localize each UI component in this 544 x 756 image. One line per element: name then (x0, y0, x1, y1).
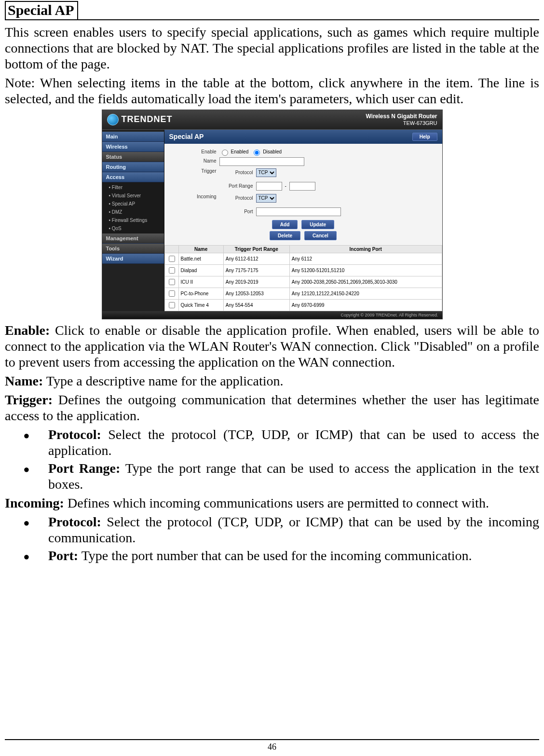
nav-sub-special-ap[interactable]: • Special AP (102, 200, 164, 208)
col-incoming: Incoming Port (289, 245, 442, 253)
port-range-label: Port Range (219, 183, 253, 189)
cell-trigger: Any 6112-6112 (223, 253, 289, 264)
row-check[interactable] (169, 256, 175, 262)
cell-trigger: Any 12053-12053 (223, 288, 289, 299)
help-button[interactable]: Help (412, 133, 437, 141)
nav-main[interactable]: Main (102, 132, 164, 142)
router-footer: Copyright © 2009 TRENDnet. All Rights Re… (102, 311, 442, 319)
incoming-port-label: Port (219, 209, 253, 214)
nav-sub-dmz[interactable]: • DMZ (102, 208, 164, 216)
table-row[interactable]: Quick Time 4 Any 554-554 Any 6970-6999 (164, 299, 442, 311)
enabled-radio[interactable] (222, 150, 228, 156)
cancel-button[interactable]: Cancel (304, 231, 337, 240)
model-title: Wireless N Gigabit Router (366, 113, 437, 120)
port-range-start-input[interactable] (256, 182, 282, 191)
table-row[interactable]: ICU II Any 2019-2019 Any 2000-2038,2050-… (164, 276, 442, 288)
router-screenshot: TRENDNET Wireless N Gigabit Router TEW-6… (5, 110, 539, 319)
incoming-term: Incoming: (5, 495, 64, 510)
add-button[interactable]: Add (272, 220, 298, 229)
cell-incoming: Any 51200-51201,51210 (289, 264, 442, 276)
incoming-label: Incoming (168, 193, 219, 199)
port-range-end-input[interactable] (289, 182, 315, 191)
cell-trigger: Any 7175-7175 (223, 264, 289, 276)
nav-tools[interactable]: Tools (102, 244, 164, 254)
row-check[interactable] (169, 279, 175, 285)
profiles-table: Name Trigger Port Range Incoming Port Ba… (164, 245, 442, 311)
enable-label: Enable (168, 148, 219, 154)
cell-trigger: Any 2019-2019 (223, 276, 289, 288)
cell-incoming: Any 6970-6999 (289, 299, 442, 311)
name-label: Name (168, 157, 219, 164)
trigger-field: Trigger: Defines the outgoing communicat… (5, 392, 539, 424)
trigger-bullets: ● Protocol: Select the protocol (TCP, UD… (5, 426, 539, 492)
trigger-protocol-text: Select the protocol (TCP, UDP, or ICMP) … (48, 427, 539, 458)
enable-field: Enable: Click to enable or disable the a… (5, 322, 539, 370)
trigger-term: Trigger: (5, 392, 53, 407)
incoming-text: Defines which incoming communications us… (64, 495, 489, 510)
trigger-protocol-term: Protocol: (48, 427, 101, 442)
port-range-dash: - (285, 183, 286, 189)
incoming-protocol-term: Protocol: (48, 514, 101, 529)
cell-name: Dialpad (178, 264, 223, 276)
enabled-option-label: Enabled (231, 149, 249, 154)
cell-incoming: Any 12120,12122,24150-24220 (289, 288, 442, 299)
table-row[interactable]: Battle.net Any 6112-6112 Any 6112 (164, 253, 442, 264)
brand-name: TRENDNET (122, 114, 173, 124)
disabled-option-label: Disabled (263, 149, 282, 154)
row-check[interactable] (169, 302, 175, 308)
trigger-protocol-select[interactable]: TCP (256, 168, 276, 177)
brand-globe-icon (107, 114, 119, 125)
router-nav: Main Wireless Status Routing Access • Fi… (102, 130, 164, 311)
trigger-label: Trigger (168, 167, 219, 174)
incoming-port-term: Port: (48, 548, 78, 563)
incoming-protocol-select[interactable]: TCP (256, 194, 276, 203)
cell-incoming: Any 6112 (289, 253, 442, 264)
row-check[interactable] (169, 267, 175, 274)
nav-routing[interactable]: Routing (102, 162, 164, 172)
nav-sub-firewall[interactable]: • Firewall Settings (102, 216, 164, 224)
bullet-icon: ● (5, 460, 48, 476)
table-row[interactable]: PC-to-Phone Any 12053-12053 Any 12120,12… (164, 288, 442, 299)
name-input[interactable] (219, 157, 304, 166)
section-title: Special AP (5, 1, 78, 20)
nav-sub-filter[interactable]: • Filter (102, 183, 164, 192)
disabled-radio[interactable] (254, 150, 260, 156)
nav-wizard[interactable]: Wizard (102, 254, 164, 264)
enable-text: Click to enable or disable the applicati… (5, 323, 539, 370)
delete-button[interactable]: Delete (270, 231, 300, 240)
col-name: Name (178, 245, 223, 253)
nav-management[interactable]: Management (102, 234, 164, 244)
cell-name: Battle.net (178, 253, 223, 264)
trigger-protocol-label: Protocol (219, 170, 253, 175)
nav-wireless[interactable]: Wireless (102, 142, 164, 152)
bullet-icon: ● (5, 548, 48, 563)
name-text: Type a descriptive name for the applicat… (43, 373, 283, 388)
nav-sub-virtual-server[interactable]: • Virtual Server (102, 192, 164, 200)
name-term: Name: (5, 373, 43, 388)
bullet-icon: ● (5, 514, 48, 529)
incoming-bullets: ● Protocol: Select the protocol (TCP, UD… (5, 514, 539, 564)
nav-sub-qos[interactable]: • QoS (102, 224, 164, 233)
nav-status[interactable]: Status (102, 152, 164, 162)
incoming-field: Incoming: Defines which incoming communi… (5, 495, 539, 511)
incoming-port-input[interactable] (256, 207, 341, 216)
row-check[interactable] (169, 290, 175, 297)
table-row[interactable]: Dialpad Any 7175-7175 Any 51200-51201,51… (164, 264, 442, 276)
col-check (164, 245, 178, 253)
model-number: TEW-673GRU (366, 120, 437, 126)
router-header: TRENDNET Wireless N Gigabit Router TEW-6… (102, 110, 442, 130)
page-number: 46 (268, 742, 276, 752)
cell-incoming: Any 2000-2038,2050-2051,2069,2085,3010-3… (289, 276, 442, 288)
nav-access[interactable]: Access (102, 172, 164, 182)
intro-paragraph-2: Note: When selecting items in the table … (5, 75, 539, 107)
cell-name: ICU II (178, 276, 223, 288)
incoming-protocol-text: Select the protocol (TCP, UDP, or ICMP) … (48, 514, 539, 545)
cell-name: Quick Time 4 (178, 299, 223, 311)
incoming-port-text: Type the port number that can be used fo… (78, 548, 472, 563)
trigger-portrange-term: Port Range: (48, 461, 120, 476)
trigger-portrange-text: Type the port range that can be used to … (48, 461, 539, 492)
update-button[interactable]: Update (301, 220, 334, 229)
trigger-text: Defines the outgoing communication that … (5, 392, 539, 423)
name-field: Name: Type a descriptive name for the ap… (5, 373, 539, 389)
cell-name: PC-to-Phone (178, 288, 223, 299)
